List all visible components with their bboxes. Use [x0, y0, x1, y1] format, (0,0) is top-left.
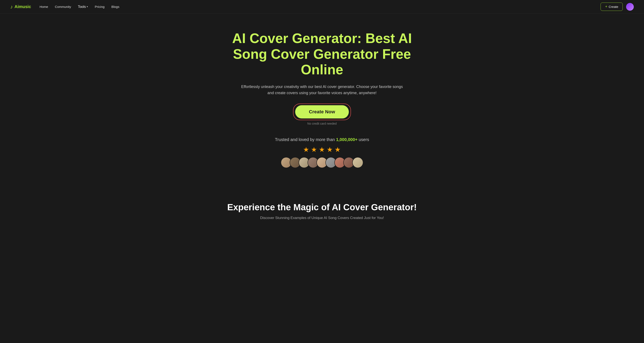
star-2: ★ [311, 146, 317, 154]
user-avatars-row [281, 157, 363, 168]
hero-subtitle: Effortlessly unleash your creativity wit… [241, 84, 403, 96]
nav-right: + Create [600, 3, 634, 11]
nav-item-blogs[interactable]: Blogs [112, 5, 120, 9]
chevron-down-icon: ▾ [87, 5, 88, 8]
nav-link-home[interactable]: Home [40, 5, 48, 9]
hero-title: AI Cover Generator: Best AI Song Cover G… [226, 31, 418, 78]
magic-subtitle: Discover Stunning Examples of Unique AI … [10, 216, 634, 220]
magic-title: Experience the Magic of AI Cover Generat… [10, 202, 634, 212]
magic-section: Experience the Magic of AI Cover Generat… [0, 194, 644, 224]
nav-links: Home Community Tools ▾ Pricing Blogs [40, 5, 120, 9]
trust-text: Trusted and loved by more than 1,000,000… [275, 137, 369, 142]
create-now-button[interactable]: Create Now [295, 105, 348, 118]
stars-row: ★ ★ ★ ★ ★ [303, 146, 341, 154]
trust-count: 1,000,000+ [336, 137, 358, 142]
trust-section: Trusted and loved by more than 1,000,000… [275, 137, 369, 168]
nav-link-community[interactable]: Community [55, 5, 71, 9]
nav-item-tools[interactable]: Tools ▾ [78, 5, 88, 9]
avatar-image [626, 3, 634, 11]
nav-item-pricing[interactable]: Pricing [95, 5, 104, 9]
hero-section: AI Cover Generator: Best AI Song Cover G… [0, 14, 644, 194]
nav-create-button[interactable]: + Create [600, 3, 623, 11]
plus-icon: + [605, 5, 607, 9]
star-4: ★ [327, 146, 333, 154]
navbar: ♪ Aimusic Home Community Tools ▾ Pricing… [0, 0, 644, 14]
list-item [352, 157, 363, 168]
nav-link-blogs[interactable]: Blogs [112, 5, 120, 9]
star-5: ★ [334, 146, 341, 154]
nav-link-tools[interactable]: Tools ▾ [78, 5, 88, 9]
nav-link-pricing[interactable]: Pricing [95, 5, 104, 9]
nav-create-label: Create [609, 5, 618, 9]
nav-item-home[interactable]: Home [40, 5, 48, 9]
nav-left: ♪ Aimusic Home Community Tools ▾ Pricing… [10, 4, 119, 10]
star-1: ★ [303, 146, 309, 154]
logo[interactable]: ♪ Aimusic [10, 4, 31, 10]
nav-item-community[interactable]: Community [55, 5, 71, 9]
avatar[interactable] [626, 3, 634, 11]
logo-text: Aimusic [14, 4, 31, 9]
star-3: ★ [319, 146, 325, 154]
logo-icon: ♪ [10, 4, 13, 10]
no-credit-text: No credit card needed [307, 122, 337, 125]
trust-text-after: users [358, 137, 369, 142]
trust-text-before: Trusted and loved by more than [275, 137, 336, 142]
create-now-wrapper: Create Now [295, 105, 348, 118]
